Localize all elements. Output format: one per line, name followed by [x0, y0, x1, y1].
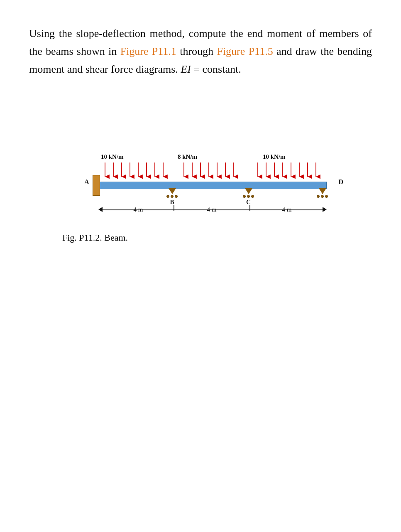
dim-arrow-left-start [98, 207, 103, 212]
pin-triangle-c [245, 188, 252, 194]
pin-circle-d1 [317, 195, 320, 198]
beam-figure: 10 kN/m 8 kN/m 10 kN/m [93, 153, 333, 220]
load-label-left: 10 kN/m [101, 153, 124, 160]
diagram-container: 10 kN/m 8 kN/m 10 kN/m [29, 153, 372, 243]
dimension-line: 4 m 4 m 4 m [98, 207, 327, 216]
pin-circle-c3 [251, 195, 254, 198]
label-b: B [170, 199, 174, 206]
pin-base-b [166, 195, 178, 198]
pin-support-c: C [243, 188, 254, 206]
pin-circle-b1 [166, 195, 169, 198]
pin-support-d [317, 188, 328, 198]
word-and: and [276, 45, 292, 57]
label-a: A [84, 178, 89, 186]
pin-circle-c1 [243, 195, 246, 198]
pin-circle-b2 [171, 195, 174, 198]
pin-circle-b3 [175, 195, 178, 198]
pin-circle-d3 [325, 195, 328, 198]
pin-triangle-d [319, 188, 326, 194]
problem-text: Using the slope-deflection method, compu… [29, 25, 372, 79]
beam-bar [98, 182, 327, 189]
dim-tick-b [174, 205, 174, 211]
label-c: C [246, 199, 251, 206]
wall-support-left [93, 175, 100, 196]
pin-circle-d2 [321, 195, 324, 198]
dim-text-2: 4 m [207, 206, 217, 213]
dim-text-1: 4 m [134, 206, 143, 213]
figure-ref-1: Figure P11.1 [120, 45, 176, 57]
dim-tick-c [249, 205, 250, 211]
page: Using the slope-deflection method, compu… [0, 0, 401, 532]
load-label-right: 10 kN/m [263, 153, 286, 160]
pin-support-b: B [166, 188, 178, 206]
pin-circle-c2 [247, 195, 250, 198]
load-label-mid: 8 kN/m [178, 153, 197, 160]
word-through: through [180, 45, 213, 57]
pin-triangle-b [169, 188, 176, 194]
figure-ref-2: Figure P11.5 [217, 45, 273, 57]
load-arrows-svg [96, 163, 328, 179]
pin-base-c [243, 195, 254, 198]
dim-text-3: 4 m [282, 206, 292, 213]
pin-base-d [317, 195, 328, 198]
dim-arrow-right-end [323, 207, 327, 212]
fig-caption: Fig. P11.2. Beam. [54, 232, 128, 243]
label-d: D [338, 178, 343, 186]
